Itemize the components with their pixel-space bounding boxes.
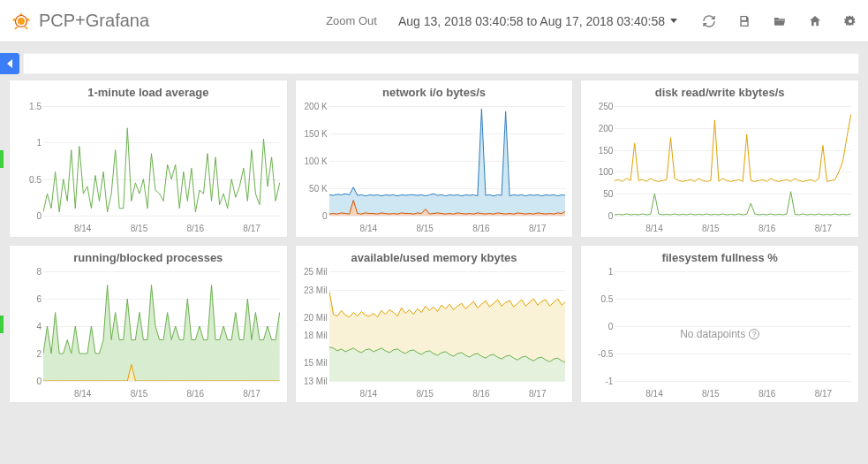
refresh-icon[interactable] [702, 14, 716, 28]
x-tick-label: 8/16 [759, 224, 775, 233]
panel-title: available/used memory kbytes [296, 246, 573, 266]
y-tick-label: 0 [11, 377, 42, 386]
time-range-picker[interactable]: Aug 13, 2018 03:40:58 to Aug 17, 2018 03… [398, 14, 677, 28]
row-collapse-button[interactable] [0, 53, 19, 74]
panel-processes[interactable]: running/blocked processes 024688/148/158… [9, 245, 288, 403]
y-tick-label: 1.5 [11, 102, 42, 111]
chart: -1-0.500.518/148/158/168/17No datapoints… [581, 266, 858, 402]
x-tick-label: 8/17 [815, 389, 832, 399]
x-tick-label: 8/15 [416, 389, 433, 399]
dashboard-grid: 1-minute load average 00.511.58/148/158/… [0, 80, 868, 403]
folder-open-icon[interactable] [773, 14, 787, 28]
panel-memory[interactable]: available/used memory kbytes 13 Mil15 Mi… [295, 245, 574, 403]
gear-icon[interactable] [843, 14, 857, 28]
x-tick-label: 8/15 [131, 389, 147, 399]
x-tick-label: 8/17 [815, 224, 832, 233]
x-tick-label: 8/14 [360, 389, 377, 399]
no-data-message: No datapoints? [680, 328, 759, 340]
row-header [0, 51, 868, 76]
panel-network-io[interactable]: network i/o bytes/s 050 K100 K150 K200 K… [295, 80, 574, 238]
y-tick-label: 50 [583, 189, 613, 199]
chart: 00.511.58/148/158/168/17 [10, 101, 287, 237]
x-tick-label: 8/14 [74, 224, 91, 233]
y-tick-label: 13 Mil [298, 377, 328, 386]
y-tick-label: 200 [583, 123, 613, 133]
x-tick-label: 8/17 [243, 224, 260, 233]
home-icon[interactable] [808, 14, 822, 28]
x-tick-label: 8/16 [472, 389, 489, 399]
chart: 13 Mil15 Mil18 Mil20 Mil23 Mil25 Mil8/14… [296, 266, 573, 402]
top-bar: PCP+Grafana Zoom Out Aug 13, 2018 03:40:… [0, 0, 868, 42]
y-tick-label: 18 Mil [298, 331, 328, 340]
x-tick-label: 8/15 [416, 224, 433, 233]
x-tick-label: 8/16 [472, 224, 489, 233]
chart: 050 K100 K150 K200 K8/148/158/168/17 [296, 101, 573, 237]
x-tick-label: 8/14 [645, 389, 662, 399]
panel-title: disk read/write kbytes/s [581, 80, 858, 101]
panel-filesystem[interactable]: filesystem fullness % -1-0.500.518/148/1… [580, 245, 859, 403]
y-tick-label: -0.5 [583, 349, 613, 359]
x-tick-label: 8/15 [702, 389, 719, 399]
y-tick-label: 0 [583, 322, 613, 331]
grafana-logo-icon [11, 11, 32, 32]
panel-title: 1-minute load average [10, 80, 287, 101]
y-tick-label: 1 [11, 138, 42, 148]
x-tick-label: 8/14 [645, 224, 662, 233]
x-tick-label: 8/14 [74, 389, 91, 399]
y-tick-label: 15 Mil [298, 358, 328, 368]
chevron-left-icon [7, 59, 12, 68]
row-title-bar[interactable] [23, 53, 859, 74]
chart: 024688/148/158/168/17 [10, 266, 287, 402]
y-tick-label: -1 [583, 377, 613, 386]
zoom-out-button[interactable]: Zoom Out [326, 14, 377, 27]
y-tick-label: 2 [11, 349, 42, 359]
row-accent-icon [0, 150, 4, 168]
y-tick-label: 0 [11, 211, 42, 221]
y-tick-label: 100 K [298, 156, 328, 166]
x-tick-label: 8/17 [529, 224, 546, 233]
y-tick-label: 100 [583, 167, 613, 177]
x-tick-label: 8/16 [759, 389, 775, 399]
y-tick-label: 0.5 [11, 174, 42, 184]
x-tick-label: 8/15 [131, 224, 147, 233]
panel-title: filesystem fullness % [581, 246, 858, 266]
brand[interactable]: PCP+Grafana [11, 11, 149, 32]
y-tick-label: 0 [583, 211, 613, 221]
panel-title: running/blocked processes [10, 246, 287, 266]
x-tick-label: 8/16 [187, 224, 204, 233]
y-tick-label: 200 K [298, 102, 328, 111]
panel-load-average[interactable]: 1-minute load average 00.511.58/148/158/… [9, 80, 288, 238]
y-tick-label: 8 [11, 267, 42, 277]
help-icon[interactable]: ? [749, 329, 759, 339]
x-tick-label: 8/17 [243, 389, 260, 399]
chevron-down-icon [670, 19, 677, 23]
panel-wrap: 1-minute load average 00.511.58/148/158/… [9, 80, 288, 238]
y-tick-label: 6 [11, 294, 42, 304]
y-tick-label: 150 K [298, 129, 328, 139]
y-tick-label: 0.5 [583, 294, 613, 304]
y-tick-label: 20 Mil [298, 312, 328, 322]
x-tick-label: 8/14 [360, 224, 377, 233]
panel-wrap: running/blocked processes 024688/148/158… [9, 245, 288, 403]
row-accent-icon [0, 316, 4, 333]
x-tick-label: 8/16 [187, 389, 204, 399]
panel-title: network i/o bytes/s [296, 80, 573, 101]
y-tick-label: 25 Mil [298, 267, 328, 277]
y-tick-label: 50 K [298, 184, 328, 194]
svg-point-0 [18, 18, 25, 25]
chart: 0501001502002508/148/158/168/17 [581, 101, 858, 237]
panel-disk-rw[interactable]: disk read/write kbytes/s 050100150200250… [580, 80, 859, 238]
y-tick-label: 150 [583, 145, 613, 155]
y-tick-label: 1 [583, 267, 613, 277]
x-tick-label: 8/17 [529, 389, 546, 399]
save-icon[interactable] [737, 14, 751, 28]
y-tick-label: 23 Mil [298, 285, 328, 294]
time-range-label: Aug 13, 2018 03:40:58 to Aug 17, 2018 03… [398, 14, 665, 28]
app-title: PCP+Grafana [39, 11, 149, 31]
y-tick-label: 4 [11, 322, 42, 331]
y-tick-label: 250 [583, 102, 613, 111]
y-tick-label: 0 [298, 211, 328, 221]
x-tick-label: 8/15 [702, 224, 719, 233]
